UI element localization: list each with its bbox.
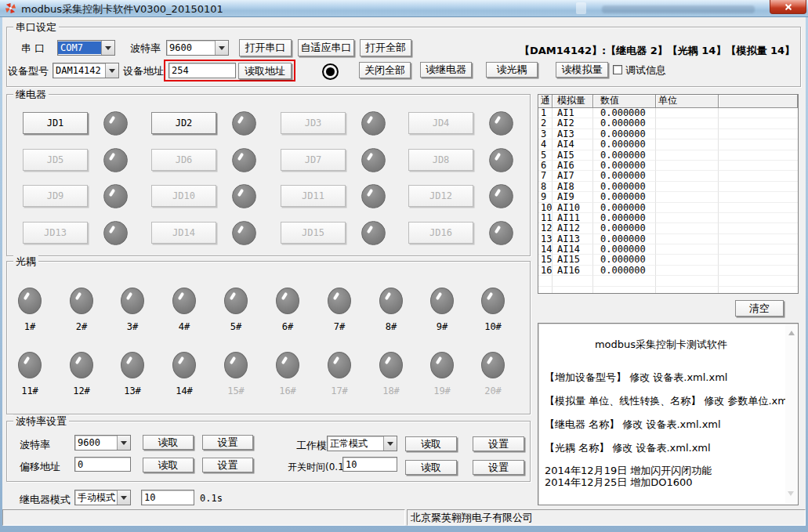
table-row: 4AI40.000000	[538, 139, 798, 150]
chevron-down-icon[interactable]	[105, 63, 118, 78]
baud-set-button[interactable]: 设置	[202, 435, 253, 450]
cell-channel: 4	[538, 139, 553, 150]
auto-serial-button[interactable]: 自适应串口	[298, 39, 354, 56]
opto-label-9: 9#	[426, 321, 458, 332]
cell-value: 0.000000	[593, 129, 656, 139]
cell-value: 0.000000	[593, 255, 656, 265]
relay-led-icon-jd1	[103, 111, 128, 136]
baud-combo-value: 9600	[167, 42, 215, 54]
work-mode-value: 正常模式	[328, 436, 383, 451]
cell-channel: 1	[538, 108, 553, 118]
cell-analog-name: AI10	[553, 203, 593, 213]
table-row: 8AI80.000000	[538, 182, 798, 192]
relay-led-icon-jd6	[232, 148, 256, 172]
table-row: 5AI50.000000	[538, 150, 798, 161]
cell-extra	[719, 129, 798, 139]
info-line-2: 【模拟量 单位、线性转换、名称】 修改 参数单位.xml	[545, 394, 777, 408]
cell-value: 0.000000	[593, 150, 656, 161]
device-model-value: DAM14142	[53, 64, 105, 77]
serial-group-title: 串口设定	[13, 20, 59, 34]
work-mode-read-button[interactable]: 读取	[405, 436, 457, 451]
cell-extra	[719, 244, 798, 255]
info-line-4: 【光耦 名称】 修改 设备表.xml.xml	[545, 441, 777, 455]
chevron-down-icon[interactable]	[101, 41, 114, 55]
table-row: 14AI140.000000	[538, 244, 798, 255]
opto-led-icon-15	[224, 352, 248, 378]
device-model-combo[interactable]: DAM14142	[53, 63, 119, 78]
baud2-combo[interactable]: 9600	[74, 435, 131, 451]
cell-extra	[719, 266, 798, 276]
read-addr-button[interactable]: 读取地址	[238, 63, 292, 79]
cell-empty	[719, 276, 798, 286]
close-all-button[interactable]: 关闭全部	[359, 62, 411, 78]
cell-value: 0.000000	[593, 171, 656, 181]
switch-time-read-button[interactable]: 读取	[405, 460, 457, 475]
cell-unit	[656, 161, 719, 171]
table-row: 10AI100.000000	[538, 203, 798, 213]
baud-read-button[interactable]: 读取	[143, 435, 194, 450]
opto-led-icon-1	[18, 288, 42, 314]
opto-led-icon-9	[430, 288, 454, 314]
open-serial-button[interactable]: 打开串口	[239, 39, 292, 56]
table-row	[538, 287, 798, 294]
offset-label: 偏移地址	[20, 460, 60, 474]
device-addr-input[interactable]	[168, 63, 236, 78]
cell-unit	[656, 171, 719, 181]
cell-extra	[719, 255, 798, 265]
relay-button-jd2[interactable]: JD2	[151, 112, 216, 134]
cell-value: 0.000000	[593, 266, 656, 276]
cell-channel: 9	[538, 192, 553, 202]
relay-mode-time-input[interactable]	[141, 490, 194, 505]
chevron-down-icon[interactable]	[117, 490, 130, 505]
relay-button-jd9: JD9	[23, 185, 88, 207]
info-scrollbar[interactable]	[785, 324, 797, 504]
read-relay-button[interactable]: 读继电器	[420, 62, 472, 78]
offset-set-button[interactable]: 设置	[202, 458, 253, 472]
relay-led-icon-jd4	[489, 111, 513, 136]
switch-time-set-button[interactable]: 设置	[473, 460, 524, 475]
opto-led-icon-18	[379, 352, 403, 378]
cell-value: 0.000000	[593, 139, 656, 150]
cell-extra	[719, 192, 798, 202]
relay-button-jd13: JD13	[23, 222, 88, 244]
relay-button-jd1[interactable]: JD1	[23, 112, 88, 134]
chevron-down-icon[interactable]	[215, 41, 228, 55]
clear-button[interactable]: 清空	[735, 300, 784, 317]
chevron-down-icon[interactable]	[383, 436, 397, 451]
opto-label-1: 1#	[14, 321, 45, 332]
close-button[interactable]	[770, 0, 806, 14]
relay-mode-combo[interactable]: 手动模式	[74, 490, 131, 505]
port-label: 串 口	[21, 42, 45, 56]
read-opto-button[interactable]: 读光耦	[486, 62, 538, 78]
read-analog-button[interactable]: 读模拟量	[556, 62, 608, 78]
table-row: 7AI70.000000	[538, 171, 798, 181]
offset-input[interactable]	[74, 457, 131, 472]
cell-unit	[656, 266, 719, 276]
open-all-button[interactable]: 打开全部	[360, 39, 411, 56]
cell-analog-name: AI9	[553, 192, 593, 202]
work-mode-set-button[interactable]: 设置	[473, 436, 524, 451]
work-mode-combo[interactable]: 正常模式	[327, 436, 397, 451]
analog-table[interactable]: 通模拟量数值单位1AI10.0000002AI20.0000003AI30.00…	[538, 94, 799, 294]
relay-button-jd7: JD7	[281, 149, 346, 171]
switch-time-input[interactable]	[342, 457, 397, 472]
cell-unit	[656, 182, 719, 192]
cell-unit	[656, 244, 719, 255]
relay-button-jd14: JD14	[151, 222, 216, 244]
debug-checkbox[interactable]	[613, 65, 622, 74]
table-row: 15AI150.000000	[538, 255, 798, 265]
relay-button-jd5: JD5	[23, 149, 88, 171]
info-panel[interactable]: modbus采集控制卡测试软件 【增加设备型号】 修改 设备表.xml.xml【…	[538, 323, 799, 505]
scroll-down-icon[interactable]	[788, 491, 794, 499]
relay-mode-unit: 0.1s	[200, 493, 223, 504]
cell-analog-name: AI4	[553, 139, 593, 150]
title-bar[interactable]: modbus采集控制卡软件V0300_20150101	[0, 0, 808, 17]
relay-button-jd6: JD6	[151, 149, 216, 171]
cell-extra	[719, 203, 798, 213]
port-combo[interactable]: COM7	[57, 40, 115, 56]
offset-read-button[interactable]: 读取	[143, 458, 194, 472]
baud-combo[interactable]: 9600	[166, 40, 229, 56]
chevron-down-icon[interactable]	[117, 436, 130, 450]
scroll-up-icon[interactable]	[788, 328, 795, 335]
cell-value: 0.000000	[593, 213, 656, 223]
